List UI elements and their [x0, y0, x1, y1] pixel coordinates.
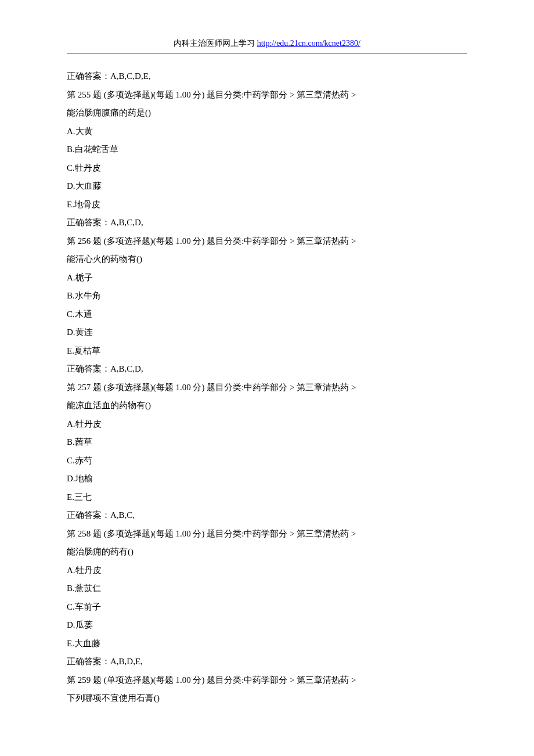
text-line: D.黄连	[67, 323, 467, 342]
text-line: C.车前子	[67, 598, 467, 617]
text-line: D.瓜蒌	[67, 616, 467, 635]
text-line: B.薏苡仁	[67, 579, 467, 598]
text-line: A.栀子	[67, 269, 467, 287]
header-link[interactable]: http://edu.21cn.com/kcnet2380/	[257, 39, 360, 48]
document-body: 正确答案：A,B,C,D,E,第 255 题 (多项选择题)(每题 1.00 分…	[67, 67, 467, 708]
text-line: A.大黄	[67, 123, 467, 141]
text-line: C.木通	[67, 305, 467, 324]
header-rule	[67, 53, 467, 53]
text-line: E.地骨皮	[67, 196, 467, 214]
text-line: 第 256 题 (多项选择题)(每题 1.00 分) 题目分类:中药学部分 > …	[67, 232, 467, 251]
text-line: 第 255 题 (多项选择题)(每题 1.00 分) 题目分类:中药学部分 > …	[67, 86, 467, 105]
document-page: 内科主治医师网上学习 http://edu.21cn.com/kcnet2380…	[0, 0, 534, 756]
text-line: 正确答案：A,B,C,D,	[67, 360, 467, 379]
text-line: B.水牛角	[67, 287, 467, 305]
page-header: 内科主治医师网上学习 http://edu.21cn.com/kcnet2380…	[67, 35, 467, 52]
text-line: 能治肠痈腹痛的药是()	[67, 104, 467, 123]
text-line: 能清心火的药物有()	[67, 250, 467, 269]
text-line: 第 258 题 (多项选择题)(每题 1.00 分) 题目分类:中药学部分 > …	[67, 525, 467, 543]
text-line: E.大血藤	[67, 635, 467, 653]
text-line: 第 259 题 (单项选择题)(每题 1.00 分) 题目分类:中药学部分 > …	[67, 671, 467, 690]
text-line: 正确答案：A,B,D,E,	[67, 653, 467, 671]
text-line: B.茜草	[67, 433, 467, 452]
text-line: E.三七	[67, 488, 467, 507]
text-line: 正确答案：A,B,C,D,	[67, 214, 467, 232]
text-line: A.牡丹皮	[67, 415, 467, 434]
text-line: A.牡丹皮	[67, 561, 467, 580]
text-line: 正确答案：A,B,C,	[67, 506, 467, 525]
text-line: 能治肠痈的药有()	[67, 543, 467, 561]
text-line: 能凉血活血的药物有()	[67, 397, 467, 415]
text-line: D.地榆	[67, 470, 467, 488]
text-line: C.牡丹皮	[67, 159, 467, 178]
text-line: E.夏枯草	[67, 342, 467, 361]
text-line: 第 257 题 (多项选择题)(每题 1.00 分) 题目分类:中药学部分 > …	[67, 379, 467, 397]
text-line: D.大血藤	[67, 177, 467, 196]
text-line: 正确答案：A,B,C,D,E,	[67, 67, 467, 86]
header-text: 内科主治医师网上学习	[174, 39, 255, 48]
text-line: 下列哪项不宜使用石膏()	[67, 689, 467, 708]
text-line: C.赤芍	[67, 452, 467, 470]
text-line: B.白花蛇舌草	[67, 141, 467, 159]
